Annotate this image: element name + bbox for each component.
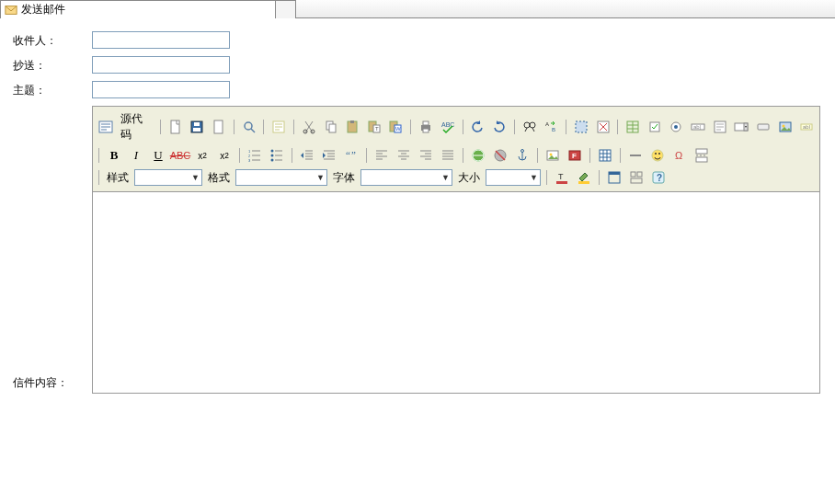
svg-rect-74 [631, 178, 642, 183]
unlink-icon[interactable] [491, 146, 509, 165]
indent-icon[interactable] [320, 146, 338, 165]
select-all-icon[interactable] [572, 118, 590, 136]
app-icon [5, 3, 17, 16]
svg-rect-12 [329, 124, 336, 132]
style-select[interactable]: ▼ [134, 169, 202, 186]
editor-toolbar: 源代码 T W ABC [92, 106, 820, 191]
image-button-icon[interactable] [776, 118, 795, 136]
svg-text:W: W [395, 126, 401, 132]
remove-format-icon[interactable] [594, 118, 612, 136]
checkbox-icon[interactable] [646, 118, 664, 136]
show-blocks-icon[interactable] [627, 168, 646, 187]
special-char-icon[interactable]: Ω [670, 146, 689, 165]
tab-blank[interactable] [276, 0, 296, 18]
find-icon[interactable] [520, 118, 539, 136]
paste-text-icon[interactable]: T [365, 118, 383, 136]
svg-text:F: F [572, 152, 577, 160]
size-select[interactable]: ▼ [486, 169, 541, 186]
redo-icon[interactable] [490, 118, 509, 136]
cc-input[interactable] [92, 56, 230, 74]
svg-point-26 [530, 122, 535, 128]
bold-icon[interactable]: B [105, 146, 123, 165]
print-icon[interactable] [417, 118, 435, 136]
align-justify-icon[interactable] [439, 146, 457, 165]
style-label: 样式 [105, 170, 131, 186]
blockquote-icon[interactable]: “” [342, 146, 360, 165]
button-icon[interactable] [754, 118, 772, 136]
undo-icon[interactable] [469, 118, 487, 136]
new-page-icon[interactable] [210, 118, 228, 136]
table-icon[interactable] [596, 146, 614, 165]
underline-icon[interactable]: U [149, 146, 167, 165]
save-icon[interactable] [189, 118, 207, 136]
ordered-list-icon[interactable]: 123 [246, 146, 264, 165]
preview-icon[interactable] [240, 118, 258, 136]
strikethrough-icon[interactable]: ABC [171, 146, 189, 165]
maximize-icon[interactable] [605, 168, 623, 187]
select-icon[interactable] [733, 118, 751, 136]
subject-input[interactable] [92, 81, 230, 98]
bg-color-icon[interactable] [575, 168, 593, 187]
textfield-icon[interactable]: ab| [689, 118, 707, 136]
page-break-icon[interactable] [692, 146, 711, 165]
outdent-icon[interactable] [298, 146, 316, 165]
svg-rect-40 [758, 124, 769, 130]
replace-icon[interactable]: AB [542, 118, 560, 136]
svg-text:T: T [375, 126, 379, 132]
flash-icon[interactable]: F [566, 146, 584, 165]
source-icon[interactable] [97, 118, 115, 136]
align-left-icon[interactable] [372, 146, 391, 165]
hr-icon[interactable] [626, 146, 645, 165]
italic-icon[interactable]: I [127, 146, 145, 165]
label-recipient: 收件人： [13, 31, 92, 49]
align-right-icon[interactable] [417, 146, 435, 165]
svg-point-50 [271, 159, 274, 162]
svg-text:?: ? [657, 173, 662, 183]
window-tab[interactable]: 发送邮件 [0, 0, 276, 18]
hidden-field-icon[interactable]: abl [797, 118, 816, 136]
svg-point-25 [524, 122, 530, 128]
paste-word-icon[interactable]: W [387, 118, 406, 136]
recipient-input[interactable] [92, 31, 230, 49]
svg-text:“: “ [346, 149, 350, 160]
svg-point-10 [311, 130, 315, 133]
new-doc-icon[interactable] [166, 118, 185, 136]
title-bar: 发送邮件 [0, 0, 835, 18]
svg-text:ab|: ab| [693, 124, 702, 130]
svg-text:”: ” [351, 149, 356, 160]
svg-text:3: 3 [248, 158, 251, 163]
about-icon[interactable]: ? [649, 168, 668, 187]
label-body: 信件内容： [13, 254, 92, 391]
svg-rect-60 [600, 150, 611, 161]
font-select[interactable]: ▼ [360, 169, 452, 186]
svg-text:abl: abl [803, 124, 810, 130]
svg-rect-68 [556, 181, 567, 184]
link-icon[interactable] [469, 146, 487, 165]
spellcheck-icon[interactable]: ABC [439, 118, 457, 136]
radio-icon[interactable] [668, 118, 686, 136]
image-icon[interactable] [543, 146, 562, 165]
text-color-icon[interactable]: T [553, 168, 571, 187]
template-icon[interactable] [269, 118, 288, 136]
format-select[interactable]: ▼ [235, 169, 327, 186]
subscript-icon[interactable]: x2 [193, 146, 212, 165]
source-label[interactable]: 源代码 [119, 111, 154, 143]
label-cc: 抄送： [13, 56, 92, 74]
svg-rect-29 [576, 121, 587, 132]
form-icon[interactable] [623, 118, 642, 136]
unordered-list-icon[interactable] [268, 146, 286, 165]
svg-rect-71 [609, 172, 620, 175]
svg-text:B: B [552, 127, 555, 132]
superscript-icon[interactable]: x2 [215, 146, 234, 165]
cut-icon[interactable] [300, 118, 318, 136]
anchor-icon[interactable] [513, 146, 532, 165]
copy-icon[interactable] [322, 118, 340, 136]
smiley-icon[interactable] [648, 146, 667, 165]
svg-rect-69 [578, 181, 589, 184]
size-label: 大小 [456, 170, 482, 186]
textarea-icon[interactable] [711, 118, 729, 136]
svg-point-62 [655, 153, 657, 155]
svg-text:A: A [545, 121, 549, 127]
paste-icon[interactable] [343, 118, 361, 136]
align-center-icon[interactable] [395, 146, 413, 165]
